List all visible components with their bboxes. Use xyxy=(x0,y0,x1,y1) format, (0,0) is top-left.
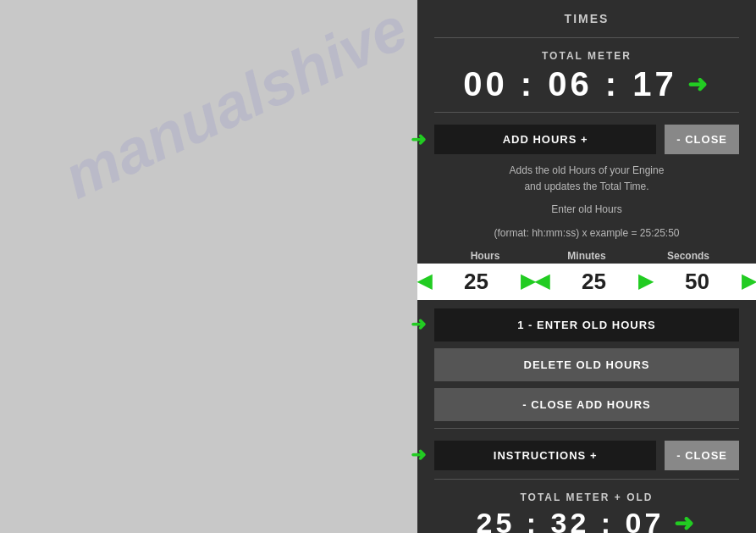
add-hours-row: ➜ ADD HOURS + - CLOSE xyxy=(434,125,739,154)
enter-old-hours-text: Enter old Hours xyxy=(434,202,739,218)
minutes-left-arrows: ◀ xyxy=(535,270,549,292)
total-meter-time: 00 : 06 : 17 xyxy=(463,65,677,103)
divider-1 xyxy=(434,37,739,38)
delete-old-hours-button[interactable]: DELETE OLD HOURS xyxy=(434,348,739,381)
divider-2 xyxy=(434,112,739,113)
divider-4 xyxy=(434,479,739,480)
total-meter-old-value: 25 : 32 : 07 ➜ xyxy=(417,507,756,533)
minutes-right-arrows: ▶ xyxy=(638,270,653,292)
total-meter-label: TOTAL METER xyxy=(417,50,756,62)
instructions-close-button[interactable]: - CLOSE xyxy=(665,441,739,470)
close-add-hours-button[interactable]: - CLOSE xyxy=(665,125,739,154)
panel-title: TIMES xyxy=(417,0,756,34)
actions-section: ➜ 1 - ENTER OLD HOURS DELETE OLD HOURS -… xyxy=(434,308,739,421)
close-add-hours-btn-2[interactable]: - CLOSE ADD HOURS xyxy=(434,388,739,421)
total-meter-old-section: TOTAL METER + OLD 25 : 32 : 07 ➜ xyxy=(417,483,756,533)
total-old-arrow-icon: ➜ xyxy=(674,509,697,533)
add-hours-button[interactable]: ADD HOURS + xyxy=(434,125,656,154)
seconds-right-arrows: ▶ xyxy=(742,270,756,292)
description-line1: Adds the old Hours of your Engine and up… xyxy=(434,163,739,195)
col-minutes-label: Minutes xyxy=(536,250,637,262)
col-hours-label: Hours xyxy=(434,250,536,262)
total-meter-section: TOTAL METER 00 : 06 : 17 ➜ xyxy=(417,42,756,108)
minutes-value[interactable]: 25 xyxy=(549,269,638,295)
total-meter-old-label: TOTAL METER + OLD xyxy=(417,491,756,503)
instructions-button[interactable]: INSTRUCTIONS + xyxy=(434,441,656,470)
hours-right-arrows: ▶ xyxy=(521,270,535,292)
add-hours-arrow-icon: ➜ xyxy=(411,129,426,151)
enter-old-hours-button[interactable]: 1 - ENTER OLD HOURS xyxy=(434,308,739,341)
hours-value[interactable]: 25 xyxy=(432,269,521,295)
instructions-row: ➜ INSTRUCTIONS + - CLOSE xyxy=(434,441,739,470)
total-old-time: 25 : 32 : 07 xyxy=(477,507,665,533)
watermark: manualshive xyxy=(53,0,417,212)
col-seconds-label: Seconds xyxy=(637,250,739,262)
divider-3 xyxy=(434,428,739,429)
columns-header: Hours Minutes Seconds xyxy=(434,250,739,262)
format-hint-text: (format: hh:mm:ss) x example = 25:25:50 xyxy=(434,225,739,242)
total-meter-value: 00 : 06 : 17 ➜ xyxy=(417,65,756,103)
times-panel: TIMES TOTAL METER 00 : 06 : 17 ➜ ➜ ADD H… xyxy=(417,0,756,533)
hours-left-arrows: ◀ xyxy=(417,270,432,292)
seconds-value[interactable]: 50 xyxy=(653,269,742,295)
enter-old-hours-arrow-icon: ➜ xyxy=(411,314,426,336)
instructions-arrow-icon: ➜ xyxy=(411,444,426,466)
inputs-row: ◀ 25 ▶ ◀ 25 ▶ 50 ▶ xyxy=(417,264,756,300)
total-meter-arrow-icon: ➜ xyxy=(687,70,710,98)
